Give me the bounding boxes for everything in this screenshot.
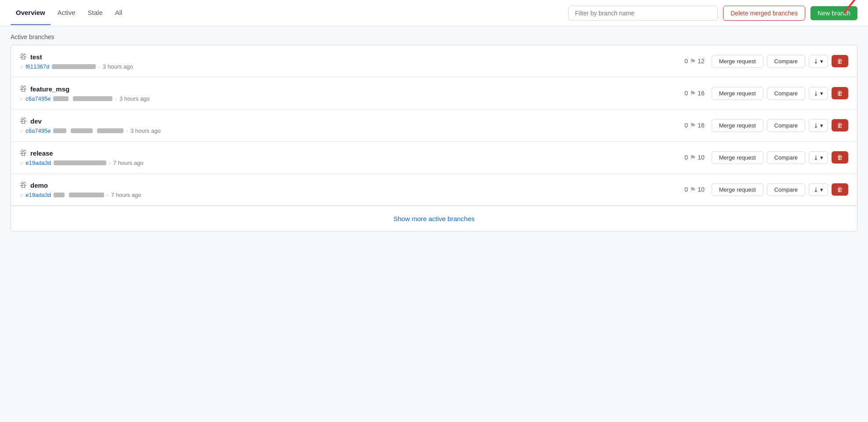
download-button[interactable]: ⤓ ▾	[809, 87, 828, 100]
dropdown-arrow: ▾	[820, 122, 823, 129]
flag-icon: ⚑	[690, 121, 696, 130]
commit-time: 7 hours ago	[113, 160, 144, 166]
compare-button[interactable]: Compare	[767, 183, 805, 196]
delete-branch-button[interactable]: 🗑	[832, 119, 848, 131]
dropdown-arrow: ▾	[820, 186, 823, 193]
download-icon: ⤓	[814, 154, 818, 161]
branch-icon: ⾕	[20, 181, 27, 190]
commit-hash-link[interactable]: c6a7495e	[25, 127, 51, 134]
stat-behind: 10	[698, 186, 705, 193]
branch-icon: ⾕	[20, 84, 27, 94]
branch-stats: 0 ⚑ 16	[678, 121, 705, 130]
branch-name-row: ⾕ release	[20, 149, 671, 158]
merge-request-button[interactable]: Merge request	[712, 183, 763, 196]
commit-hash-link[interactable]: e19ada3d	[25, 192, 51, 198]
author-blur2	[73, 96, 112, 101]
author-blur	[53, 128, 66, 133]
section-header: Active branches	[11, 26, 857, 45]
show-more-link[interactable]: Show more active branches	[393, 215, 474, 222]
branch-icon: ⾕	[20, 116, 27, 126]
stat-ahead: 0	[684, 154, 688, 161]
commit-hash-link[interactable]: f611367d	[25, 63, 49, 70]
branch-info-feature-msg: ⾕ feature_msg ○ c6a7495e · 3 hours ago	[20, 84, 671, 102]
tab-all[interactable]: All	[110, 1, 128, 25]
delete-branch-button[interactable]: 🗑	[832, 55, 848, 67]
merge-request-button[interactable]: Merge request	[712, 119, 763, 132]
branch-stats: 0 ⚑ 12	[678, 57, 705, 65]
tab-active[interactable]: Active	[52, 1, 81, 25]
branch-actions: Merge request Compare ⤓ ▾ 🗑	[712, 183, 848, 196]
dropdown-arrow: ▾	[820, 154, 823, 161]
download-icon: ⤓	[814, 122, 818, 129]
download-button[interactable]: ⤓ ▾	[809, 151, 828, 164]
merge-request-button[interactable]: Merge request	[712, 87, 763, 100]
commit-hash-link[interactable]: e19ada3d	[25, 160, 51, 166]
commit-icon: ○	[20, 160, 23, 166]
show-more-section: Show more active branches	[11, 206, 857, 231]
stat-behind: 16	[698, 90, 705, 97]
branch-commit-row: ○ f611367d · 3 hours ago	[20, 63, 671, 70]
delete-branch-button[interactable]: 🗑	[832, 87, 848, 99]
branch-icon: ⾕	[20, 149, 27, 158]
delete-merged-button[interactable]: Delete merged branches	[723, 6, 805, 21]
download-button[interactable]: ⤓ ▾	[809, 119, 828, 132]
tab-stale[interactable]: Stale	[83, 1, 108, 25]
stat-behind: 16	[698, 122, 705, 129]
download-button[interactable]: ⤓ ▾	[809, 55, 828, 68]
author-blur2	[69, 193, 104, 197]
stat-ahead: 0	[684, 90, 688, 97]
dropdown-arrow: ▾	[820, 90, 823, 97]
tab-overview[interactable]: Overview	[11, 1, 51, 25]
compare-button[interactable]: Compare	[767, 55, 805, 68]
branch-info-release: ⾕ release ○ e19ada3d · 7 hours ago	[20, 149, 671, 166]
nav-tabs: Overview Active Stale All	[11, 1, 127, 25]
branch-name: release	[30, 149, 53, 157]
branch-info-demo: ⾕ demo ○ e19ada3d · 7 hours ago	[20, 181, 671, 198]
branch-actions: Merge request Compare ⤓ ▾ 🗑	[712, 87, 848, 100]
branch-stats: 0 ⚑ 10	[678, 153, 705, 162]
trash-icon: 🗑	[837, 90, 843, 97]
author-blur	[54, 193, 65, 197]
compare-button[interactable]: Compare	[767, 151, 805, 164]
branch-filter-input[interactable]	[568, 6, 718, 21]
commit-time: 3 hours ago	[119, 95, 150, 102]
new-branch-button[interactable]: New branch	[810, 6, 857, 20]
branch-name: dev	[30, 117, 42, 125]
branch-commit-row: ○ c6a7495e · 3 hours ago	[20, 95, 671, 102]
branch-name-row: ⾕ feature_msg	[20, 84, 671, 94]
compare-button[interactable]: Compare	[767, 119, 805, 132]
branch-commit-row: ○ c6a7495e · 3 hours ago	[20, 127, 671, 134]
table-row: ⾕ test ○ f611367d · 3 hours ago 0 ⚑ 12 M…	[11, 45, 857, 77]
stat-ahead: 0	[684, 186, 688, 193]
download-icon: ⤓	[814, 58, 818, 65]
delete-branch-button[interactable]: 🗑	[832, 183, 848, 196]
author-blur2	[71, 128, 93, 133]
trash-icon: 🗑	[837, 122, 843, 129]
commit-icon: ○	[20, 128, 23, 134]
branch-name-row: ⾕ demo	[20, 181, 671, 190]
merge-request-button[interactable]: Merge request	[712, 151, 763, 164]
download-icon: ⤓	[814, 186, 818, 193]
trash-icon: 🗑	[837, 58, 843, 65]
merge-request-button[interactable]: Merge request	[712, 55, 763, 68]
commit-icon: ○	[20, 96, 23, 102]
commit-dot: ·	[115, 95, 117, 102]
commit-dot: ·	[126, 127, 128, 134]
stat-behind: 12	[698, 58, 705, 65]
commit-time: 7 hours ago	[111, 192, 141, 198]
main-content: Active branches ⾕ test ○ f611367d · 3 ho…	[0, 26, 868, 422]
flag-icon: ⚑	[690, 186, 696, 194]
branch-name-row: ⾕ dev	[20, 116, 671, 126]
author-blur	[53, 96, 69, 101]
commit-hash-link[interactable]: c6a7495e	[25, 95, 51, 102]
compare-button[interactable]: Compare	[767, 87, 805, 100]
top-bar-right: Delete merged branches New branch	[568, 6, 857, 21]
branch-info-dev: ⾕ dev ○ c6a7495e · 3 hours ago	[20, 116, 671, 134]
commit-icon: ○	[20, 192, 23, 198]
commit-time: 3 hours ago	[130, 127, 161, 134]
download-button[interactable]: ⤓ ▾	[809, 183, 828, 196]
delete-branch-button[interactable]: 🗑	[832, 151, 848, 164]
branch-name: test	[30, 53, 42, 61]
table-row: ⾕ feature_msg ○ c6a7495e · 3 hours ago 0…	[11, 77, 857, 109]
download-icon: ⤓	[814, 90, 818, 97]
